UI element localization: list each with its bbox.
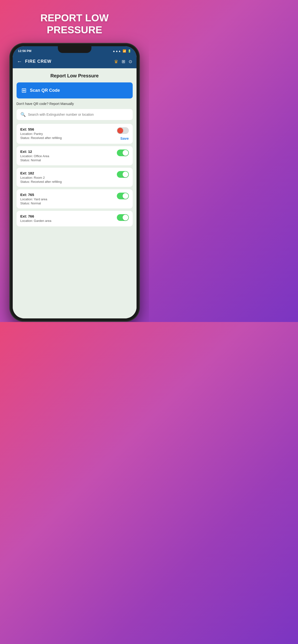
ext-controls-766 (117, 214, 129, 221)
qr-code-icon: ⊞ (21, 87, 27, 94)
crown-icon[interactable]: ♛ (114, 59, 118, 64)
scan-qr-label: Scan QR Code (30, 88, 60, 93)
phone-frame: 12:56 PM ▲▲▲ 📶 🔋 ← FIRE CREW ♛ ⊞ ⊙ Repor… (10, 43, 139, 321)
headline-line1: REPORT LOW (40, 12, 109, 24)
ext-controls-182 (117, 171, 129, 178)
nav-icons: ♛ ⊞ ⊙ (114, 59, 132, 64)
ext-status-556: Status: Received after refilling (20, 136, 117, 140)
toggle-thumb-12 (123, 150, 128, 156)
ext-number-182: Ext: 182 (20, 171, 117, 175)
toggle-track-765 (117, 192, 129, 199)
ext-status-12: Status: Normal (20, 158, 117, 162)
page-headline: REPORT LOW PRESSURE (40, 12, 109, 36)
save-button-556[interactable]: Save (120, 136, 129, 140)
ext-controls-12 (117, 150, 129, 156)
ext-location-182: Location: Room 2 (20, 176, 117, 180)
qr-grid-icon[interactable]: ⊞ (122, 59, 125, 64)
ext-location-766: Location: Garden area (20, 219, 117, 222)
scan-qr-button[interactable]: ⊞ Scan QR Code (17, 82, 133, 98)
ext-card-12: Ext: 12 Location: Office Area Status: No… (17, 146, 133, 165)
toggle-track-766 (117, 214, 129, 221)
headline-line2: PRESSURE (47, 24, 102, 36)
phone-notch (58, 46, 91, 53)
ext-card-765: Ext: 765 Location: Yard area Status: Nor… (17, 189, 133, 208)
toggle-182[interactable] (117, 171, 129, 178)
toggle-556[interactable] (117, 127, 129, 134)
status-time: 12:56 PM (18, 49, 32, 53)
toggle-thumb-556 (117, 128, 123, 134)
search-bar: 🔍 (17, 109, 133, 120)
ext-controls-556: Save (117, 127, 129, 140)
toggle-track-556 (117, 127, 129, 134)
ext-number-766: Ext: 766 (20, 214, 117, 218)
page-title: Report Low Pressure (17, 73, 133, 78)
wifi-icon: 📶 (123, 49, 126, 53)
toggle-thumb-765 (123, 193, 128, 199)
toggle-thumb-766 (123, 215, 128, 220)
ext-status-182: Status: Received after refilling (20, 180, 117, 184)
ext-info-556: Ext: 556 Location: Pantry Status: Receiv… (20, 127, 117, 140)
ext-number-556: Ext: 556 (20, 127, 117, 131)
content-area: Report Low Pressure ⊞ Scan QR Code Don't… (13, 68, 136, 318)
back-button[interactable]: ← (17, 58, 22, 65)
ext-card-766: Ext: 766 Location: Garden area (17, 211, 133, 226)
search-input[interactable] (28, 112, 129, 116)
ext-info-766: Ext: 766 Location: Garden area (20, 214, 117, 223)
toggle-track-182 (117, 171, 129, 178)
toggle-765[interactable] (117, 192, 129, 199)
toggle-12[interactable] (117, 150, 129, 156)
signal-icon: ▲▲▲ (112, 49, 121, 53)
nav-bar: ← FIRE CREW ♛ ⊞ ⊙ (13, 55, 136, 68)
toggle-thumb-182 (123, 172, 128, 177)
toggle-track-12 (117, 150, 129, 156)
ext-info-765: Ext: 765 Location: Yard area Status: Nor… (20, 192, 117, 205)
toggle-766[interactable] (117, 214, 129, 221)
ext-controls-765 (117, 192, 129, 199)
manual-report-text: Don't have QR code? Report Manually (17, 102, 133, 106)
ext-location-12: Location: Office Area (20, 154, 117, 158)
phone-screen: 12:56 PM ▲▲▲ 📶 🔋 ← FIRE CREW ♛ ⊞ ⊙ Repor… (13, 46, 136, 318)
headset-icon[interactable]: ⊙ (129, 59, 132, 64)
ext-status-765: Status: Normal (20, 202, 117, 205)
ext-number-12: Ext: 12 (20, 150, 117, 154)
ext-number-765: Ext: 765 (20, 192, 117, 197)
ext-location-765: Location: Yard area (20, 198, 117, 201)
battery-icon: 🔋 (128, 49, 131, 53)
ext-info-182: Ext: 182 Location: Room 2 Status: Receiv… (20, 171, 117, 184)
nav-title: FIRE CREW (25, 59, 114, 64)
status-icons: ▲▲▲ 📶 🔋 (112, 49, 131, 53)
ext-info-12: Ext: 12 Location: Office Area Status: No… (20, 150, 117, 162)
ext-location-556: Location: Pantry (20, 132, 117, 136)
ext-card-182: Ext: 182 Location: Room 2 Status: Receiv… (17, 168, 133, 187)
search-icon: 🔍 (20, 112, 26, 117)
ext-card-556: Ext: 556 Location: Pantry Status: Receiv… (17, 124, 133, 144)
